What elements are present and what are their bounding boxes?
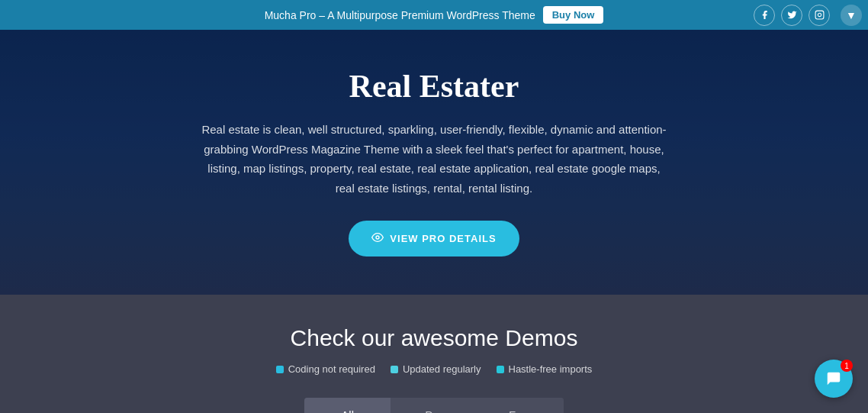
instagram-icon[interactable] (809, 5, 830, 26)
social-icons-group (754, 5, 830, 26)
banner-text: Mucha Pro – A Multipurpose Premium WordP… (265, 9, 535, 21)
imports-dot (497, 366, 504, 373)
buy-now-button[interactable]: Buy Now (543, 6, 604, 24)
tab-pro[interactable]: Pro (391, 398, 477, 413)
demos-features: Coding not required Updated regularly Ha… (276, 363, 593, 375)
top-banner: Mucha Pro – A Multipurpose Premium WordP… (0, 0, 868, 30)
demos-tabs: All Pro Free (304, 398, 564, 413)
hero-title: Real Estater (349, 68, 519, 105)
svg-point-2 (376, 236, 379, 239)
coding-dot (276, 366, 284, 373)
hero-description: Real estate is clean, well structured, s… (198, 120, 670, 198)
demos-section: Check our awesome Demos Coding not requi… (0, 295, 868, 413)
updated-dot (391, 366, 398, 373)
demos-title: Check our awesome Demos (291, 325, 578, 351)
updated-label: Updated regularly (403, 363, 481, 375)
tab-all[interactable]: All (304, 398, 391, 413)
feature-coding: Coding not required (276, 363, 375, 375)
svg-rect-0 (815, 11, 824, 19)
chat-icon (825, 370, 842, 387)
imports-label: Hastle-free imports (509, 363, 593, 375)
feature-updated: Updated regularly (391, 363, 481, 375)
twitter-icon[interactable] (781, 5, 802, 26)
feature-imports: Hastle-free imports (497, 363, 593, 375)
chat-badge: 1 (841, 360, 853, 372)
eye-icon (371, 231, 384, 246)
view-pro-button[interactable]: VIEW PRO DETAILS (349, 221, 519, 257)
coding-label: Coding not required (288, 363, 375, 375)
chat-bubble[interactable]: 1 (815, 360, 853, 398)
banner-dropdown-button[interactable]: ▼ (841, 5, 862, 26)
hero-section: Real Estater Real estate is clean, well … (0, 30, 868, 295)
facebook-icon[interactable] (754, 5, 775, 26)
tab-free[interactable]: Free (477, 398, 564, 413)
view-pro-label: VIEW PRO DETAILS (390, 233, 496, 244)
